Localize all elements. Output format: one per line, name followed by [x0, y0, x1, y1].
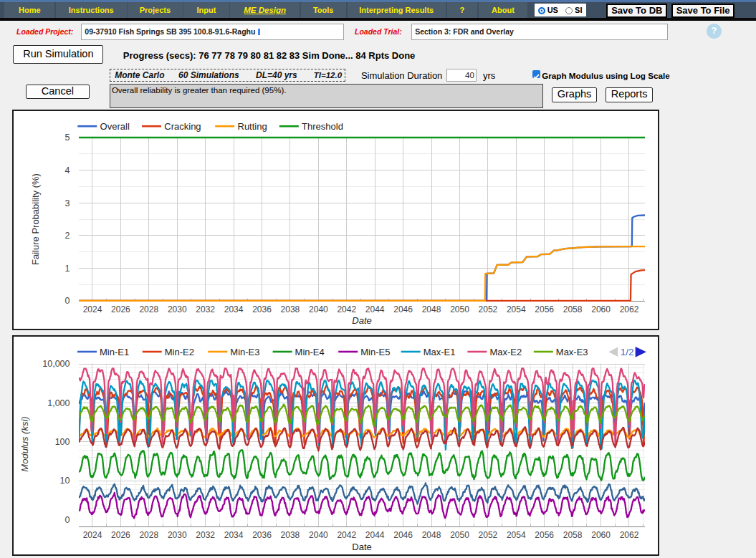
svg-text:1/2: 1/2	[621, 347, 634, 357]
svg-text:Date: Date	[352, 542, 371, 552]
svg-text:1: 1	[65, 264, 70, 274]
svg-text:2034: 2034	[224, 304, 244, 314]
svg-text:2028: 2028	[139, 530, 158, 540]
svg-text:2042: 2042	[337, 304, 356, 314]
svg-text:Modulus (ksi): Modulus (ksi)	[19, 416, 30, 471]
svg-text:2044: 2044	[365, 304, 385, 314]
svg-text:1,000: 1,000	[47, 398, 70, 408]
svg-text:2030: 2030	[168, 304, 187, 314]
svg-text:2052: 2052	[479, 530, 498, 540]
svg-text:2056: 2056	[535, 530, 554, 540]
svg-text:2038: 2038	[281, 304, 300, 314]
svg-text:Rutting: Rutting	[238, 121, 267, 132]
svg-text:2036: 2036	[252, 530, 272, 540]
svg-text:2058: 2058	[563, 530, 583, 540]
svg-text:3: 3	[65, 198, 70, 208]
svg-text:Date: Date	[352, 315, 371, 326]
svg-text:2062: 2062	[620, 304, 639, 314]
svg-text:2: 2	[65, 231, 70, 241]
svg-text:2030: 2030	[168, 530, 187, 540]
svg-text:2024: 2024	[83, 304, 102, 314]
svg-text:5: 5	[65, 133, 70, 143]
svg-text:100: 100	[55, 437, 70, 447]
svg-text:2032: 2032	[196, 530, 215, 540]
svg-text:Max-E3: Max-E3	[556, 347, 588, 357]
svg-text:2060: 2060	[591, 304, 611, 314]
svg-text:0: 0	[65, 296, 70, 306]
svg-text:Max-E2: Max-E2	[489, 347, 522, 357]
svg-text:0: 0	[65, 515, 70, 525]
svg-text:2050: 2050	[450, 530, 469, 540]
svg-text:Overall: Overall	[100, 121, 130, 132]
svg-text:Min-E2: Min-E2	[165, 347, 194, 357]
svg-text:2036: 2036	[252, 304, 272, 314]
svg-text:2026: 2026	[111, 304, 130, 314]
svg-text:2040: 2040	[309, 304, 328, 314]
svg-text:2034: 2034	[224, 530, 244, 540]
svg-text:2060: 2060	[591, 530, 611, 540]
svg-text:Cracking: Cracking	[164, 121, 201, 132]
svg-text:2062: 2062	[620, 530, 639, 540]
svg-text:2032: 2032	[196, 304, 215, 314]
svg-text:Min-E4: Min-E4	[295, 347, 325, 357]
svg-text:Min-E5: Min-E5	[360, 347, 390, 357]
svg-text:Max-E1: Max-E1	[424, 347, 456, 357]
svg-text:2026: 2026	[111, 530, 130, 540]
svg-text:2054: 2054	[507, 530, 526, 540]
svg-text:10: 10	[60, 476, 70, 486]
svg-text:2058: 2058	[563, 304, 583, 314]
svg-text:2048: 2048	[422, 304, 441, 314]
svg-text:2048: 2048	[422, 530, 441, 540]
svg-text:2040: 2040	[309, 530, 328, 540]
svg-text:Min-E3: Min-E3	[230, 347, 259, 357]
svg-text:10,000: 10,000	[42, 359, 70, 369]
svg-text:2050: 2050	[450, 304, 469, 314]
svg-text:2042: 2042	[337, 530, 356, 540]
svg-text:2052: 2052	[479, 304, 498, 314]
svg-text:2038: 2038	[281, 530, 300, 540]
svg-text:2056: 2056	[535, 304, 554, 314]
svg-text:Failure Probability (%): Failure Probability (%)	[30, 173, 41, 265]
svg-text:2024: 2024	[83, 530, 102, 540]
svg-text:2044: 2044	[365, 530, 385, 540]
svg-text:2054: 2054	[507, 304, 526, 314]
svg-text:2046: 2046	[393, 304, 413, 314]
svg-text:4: 4	[65, 165, 70, 175]
svg-text:Min-E1: Min-E1	[100, 347, 129, 357]
svg-text:Threshold: Threshold	[302, 121, 343, 132]
svg-text:2028: 2028	[139, 304, 158, 314]
svg-text:2046: 2046	[393, 530, 413, 540]
